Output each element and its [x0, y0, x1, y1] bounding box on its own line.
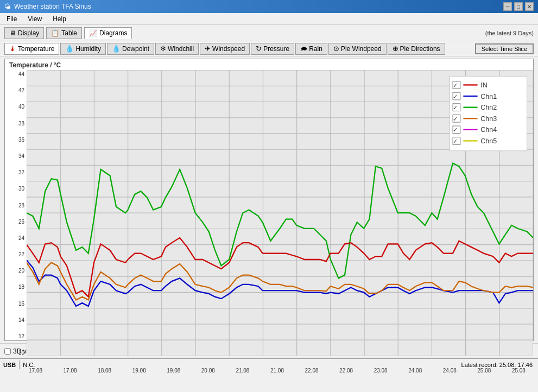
- x-label-4: 19.08: [167, 368, 180, 374]
- legend-chn1-label: Chn1: [480, 93, 497, 100]
- y-label-44: 44: [18, 71, 24, 77]
- chart-inner: IN Chn1 Chn2 Chn3 Chn4 Ch: [27, 70, 533, 356]
- legend-chn2-label: Chn2: [480, 104, 497, 111]
- subtab-pie-directions[interactable]: ⊕ Pie Directions: [388, 43, 445, 55]
- y-label-40: 40: [18, 104, 24, 110]
- x-label-9: 22.08: [339, 368, 353, 374]
- y-label-36: 36: [18, 137, 24, 143]
- window-icon: 🌤: [4, 3, 11, 10]
- sub-toolbar: 🌡 Temperature 💧 Humidity 💧 Dewpoint ❄ Wi…: [0, 41, 538, 56]
- x-label-13: 25.08: [477, 368, 491, 374]
- svg-text:✓: ✓: [453, 127, 458, 133]
- y-axis: 44 42 40 38 36 34 32 30 28 26 24 22 20 1…: [5, 70, 27, 366]
- pressure-icon: ↻: [256, 45, 262, 53]
- chart-container: 44 42 40 38 36 34 32 30 28 26 24 22 20 1…: [5, 70, 533, 366]
- x-label-11: 24.08: [408, 368, 422, 374]
- subtab-dewpoint[interactable]: 💧 Dewpoint: [107, 43, 154, 55]
- display-label: Display: [18, 29, 39, 37]
- tab-diagrams[interactable]: 📈 Diagrams: [84, 27, 132, 39]
- temp-icon: 🌡: [9, 45, 16, 53]
- y-label-10: 10: [18, 350, 24, 356]
- subtab-temperature[interactable]: 🌡 Temperature: [4, 43, 59, 55]
- menu-view[interactable]: View: [26, 14, 44, 24]
- subtab-rain[interactable]: 🌧 Rain: [295, 43, 327, 55]
- minimize-button[interactable]: ─: [503, 2, 512, 11]
- windspeed-icon: ✈: [205, 45, 211, 53]
- tab-table[interactable]: 📋 Table: [46, 27, 82, 39]
- legend-chn4-label: Chn4: [480, 126, 497, 134]
- menu-file[interactable]: File: [4, 14, 19, 24]
- x-label-10: 23.08: [374, 368, 388, 374]
- x-label-14: 25.08: [512, 368, 526, 374]
- latest-days-label: (the latest 9 Days): [485, 30, 534, 36]
- subtabs: 🌡 Temperature 💧 Humidity 💧 Dewpoint ❄ Wi…: [4, 43, 445, 55]
- y-label-22: 22: [18, 251, 24, 257]
- svg-text:✓: ✓: [453, 82, 458, 88]
- title-bar-left: 🌤 Weather station TFA Sinus: [4, 3, 91, 10]
- chart-area: Temperature / °C 44 42 40 38 36 34 32 30…: [4, 59, 534, 341]
- chart-svg: IN Chn1 Chn2 Chn3 Chn4 Ch: [27, 70, 533, 356]
- title-bar-controls: ─ □ ✕: [503, 2, 534, 11]
- temp-label: Temperature: [18, 45, 54, 53]
- pressure-label: Pressure: [263, 45, 289, 53]
- x-label-7: 21.08: [270, 368, 284, 374]
- pie-windspeed-label: Pie Windpeed: [341, 45, 382, 53]
- windchill-label: Windchill: [168, 45, 194, 53]
- y-label-38: 38: [18, 121, 24, 127]
- x-label-3: 19.08: [132, 368, 146, 374]
- y-label-20: 20: [18, 268, 24, 274]
- y-label-34: 34: [18, 153, 24, 159]
- main-toolbar: 🖥 Display 📋 Table 📈 Diagrams (the latest…: [0, 25, 538, 41]
- legend-chn5-label: Chn5: [480, 137, 497, 145]
- title-bar: 🌤 Weather station TFA Sinus ─ □ ✕: [0, 0, 538, 13]
- x-label-5: 20.08: [201, 368, 215, 374]
- toolbar-tabs: 🖥 Display 📋 Table 📈 Diagrams: [4, 27, 132, 39]
- tab-display[interactable]: 🖥 Display: [4, 27, 44, 39]
- rain-icon: 🌧: [300, 45, 307, 53]
- hum-icon: 💧: [65, 45, 74, 53]
- windspeed-label: Windspeed: [212, 45, 245, 53]
- y-label-12: 12: [18, 333, 24, 339]
- x-label-1: 17.08: [64, 368, 77, 374]
- legend-chn3-label: Chn3: [480, 115, 497, 123]
- chart-title: Temperature / °C: [5, 59, 533, 70]
- y-label-28: 28: [18, 203, 24, 208]
- subtab-pie-windspeed[interactable]: ⊙ Pie Windpeed: [328, 43, 387, 55]
- svg-text:✓: ✓: [453, 116, 458, 122]
- subtab-windspeed[interactable]: ✈ Windspeed: [200, 43, 250, 55]
- x-label-8: 22.08: [305, 368, 319, 374]
- window-title: Weather station TFA Sinus: [14, 3, 91, 10]
- subtab-windchill[interactable]: ❄ Windchill: [155, 43, 199, 55]
- select-time-button[interactable]: Select Time Slice: [475, 43, 534, 54]
- maximize-button[interactable]: □: [514, 2, 523, 11]
- close-button[interactable]: ✕: [525, 2, 534, 11]
- y-label-30: 30: [18, 186, 24, 192]
- diagrams-label: Diagrams: [99, 29, 127, 37]
- table-label: Table: [61, 29, 77, 37]
- svg-text:✓: ✓: [453, 138, 458, 144]
- rain-label: Rain: [309, 45, 322, 53]
- x-label-2: 18.08: [98, 368, 111, 374]
- subtab-humidity[interactable]: 💧 Humidity: [60, 43, 106, 55]
- table-icon: 📋: [51, 29, 59, 37]
- menu-bar: File View Help: [0, 13, 538, 25]
- diagrams-icon: 📈: [89, 29, 97, 37]
- y-label-16: 16: [18, 301, 24, 307]
- menu-help[interactable]: Help: [50, 14, 68, 24]
- subtab-pressure[interactable]: ↻ Pressure: [251, 43, 294, 55]
- windchill-icon: ❄: [160, 45, 166, 53]
- y-label-42: 42: [18, 87, 24, 93]
- pie-wind-icon: ⊙: [333, 45, 339, 53]
- x-axis: 17.08 17.08 18.08 19.08 19.08 20.08 21.0…: [27, 366, 528, 375]
- svg-text:✓: ✓: [453, 93, 458, 100]
- display-icon: 🖥: [9, 29, 16, 37]
- x-label-6: 21.08: [236, 368, 249, 374]
- y-label-18: 18: [18, 284, 24, 290]
- svg-text:✓: ✓: [453, 104, 458, 111]
- hum-label: Humidity: [75, 45, 101, 53]
- dew-icon: 💧: [112, 45, 121, 53]
- dew-label: Dewpoint: [122, 45, 149, 53]
- legend-in-label: IN: [480, 81, 488, 89]
- x-label-0: 17.08: [29, 368, 42, 374]
- y-label-14: 14: [18, 317, 24, 323]
